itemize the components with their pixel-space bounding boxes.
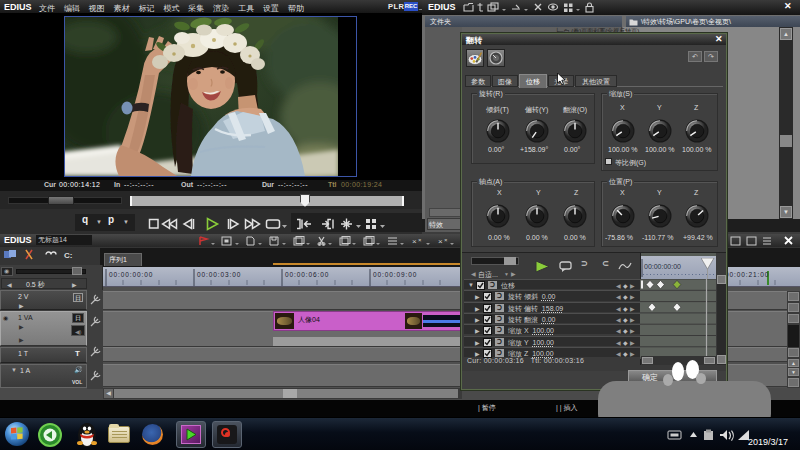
svg-text:×: × xyxy=(444,237,448,243)
svg-text:×: × xyxy=(418,237,422,243)
svg-text:00:00:09:00: 00:00:09:00 xyxy=(373,271,417,278)
svg-text:00:00:06:00: 00:00:06:00 xyxy=(285,271,329,278)
svg-text:×: × xyxy=(438,237,443,246)
svg-text:C:: C: xyxy=(64,251,72,260)
svg-text:00:00:03:00: 00:00:03:00 xyxy=(197,271,241,278)
svg-text:00:00:00:00: 00:00:00:00 xyxy=(644,263,681,270)
svg-text:00:00:21:00: 00:00:21:00 xyxy=(725,271,769,278)
svg-text:×: × xyxy=(412,237,417,246)
svg-text:00:00:00:00: 00:00:00:00 xyxy=(109,271,153,278)
